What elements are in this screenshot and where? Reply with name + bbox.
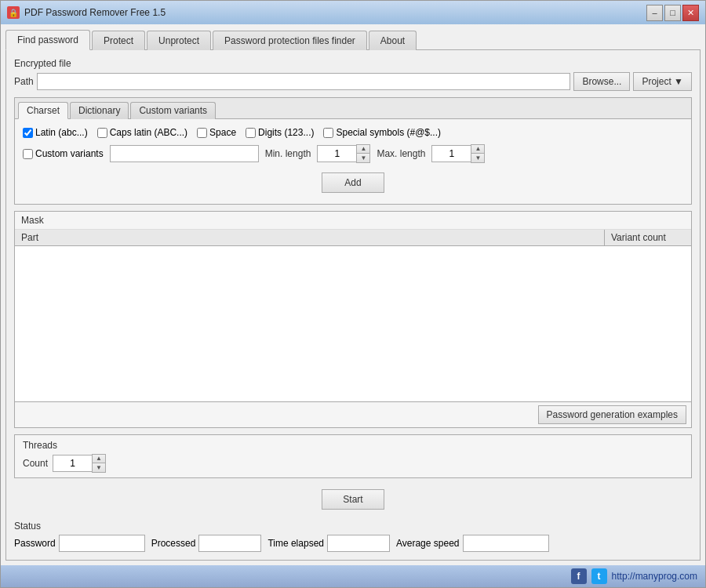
- path-row: Path Browse... Project ▼: [14, 72, 692, 91]
- digits-checkbox[interactable]: [246, 128, 256, 138]
- app-icon: 🔒: [7, 6, 20, 19]
- min-length-label: Min. length: [265, 148, 311, 159]
- special-label: Special symbols (#@$...): [336, 127, 441, 138]
- start-button[interactable]: Start: [322, 489, 384, 510]
- mask-footer: Password generation examples: [15, 402, 691, 427]
- max-length-label: Max. length: [377, 148, 425, 159]
- password-field-label: Password: [14, 538, 56, 549]
- threads-title: Threads: [23, 440, 683, 451]
- min-length-spinner: 1 ▲ ▼: [317, 144, 370, 163]
- digits-checkbox-label[interactable]: Digits (123...): [246, 127, 314, 138]
- tab-find-password[interactable]: Find password: [5, 30, 90, 50]
- count-input[interactable]: 1: [53, 455, 92, 472]
- inner-tab-content: Latin (abc...) Caps latin (ABC...) Space: [15, 119, 691, 204]
- title-bar: 🔒 PDF Password Remover Free 1.5 – □ ✕: [1, 1, 705, 24]
- speed-label: Average speed: [396, 538, 460, 549]
- min-length-spinner-btns: ▲ ▼: [356, 144, 370, 163]
- latin-checkbox-label[interactable]: Latin (abc...): [23, 127, 88, 138]
- max-length-input[interactable]: 1: [431, 145, 471, 162]
- password-examples-button[interactable]: Password generation examples: [538, 405, 686, 424]
- mask-col-part: Part: [15, 230, 605, 245]
- tab-files-finder[interactable]: Password protection files finder: [213, 31, 367, 50]
- inner-tab-bar: Charset Dictionary Custom variants: [15, 98, 691, 119]
- count-up[interactable]: ▲: [93, 455, 105, 463]
- time-label: Time elapsed: [267, 538, 324, 549]
- mask-body: [15, 246, 691, 402]
- count-down[interactable]: ▼: [93, 463, 105, 472]
- main-content: Find password Protect Unprotect Password…: [1, 24, 705, 565]
- special-checkbox[interactable]: [323, 128, 333, 138]
- caps-label: Caps latin (ABC...): [110, 127, 187, 138]
- custom-variants-checkbox[interactable]: [23, 149, 33, 159]
- inner-tab-charset[interactable]: Charset: [18, 102, 68, 119]
- maximize-button[interactable]: □: [664, 5, 681, 21]
- main-tab-bar: Find password Protect Unprotect Password…: [5, 29, 701, 49]
- time-input[interactable]: [327, 535, 390, 552]
- tab-unprotect[interactable]: Unprotect: [147, 31, 211, 50]
- count-spinner: 1 ▲ ▼: [53, 454, 106, 473]
- title-left: 🔒 PDF Password Remover Free 1.5: [7, 6, 166, 19]
- mask-col-count: Variant count: [605, 230, 691, 245]
- inner-tab-dictionary[interactable]: Dictionary: [70, 102, 129, 119]
- custom-variants-input[interactable]: [110, 145, 259, 162]
- status-title: Status: [14, 521, 692, 532]
- facebook-icon[interactable]: f: [571, 568, 587, 584]
- window-controls: – □ ✕: [646, 5, 699, 21]
- digits-label: Digits (123...): [258, 127, 314, 138]
- charset-section: Charset Dictionary Custom variants Latin…: [14, 97, 692, 205]
- main-window: 🔒 PDF Password Remover Free 1.5 – □ ✕ Fi…: [0, 0, 706, 588]
- project-button[interactable]: Project ▼: [633, 72, 692, 91]
- processed-label: Processed: [151, 538, 196, 549]
- add-button[interactable]: Add: [322, 172, 384, 193]
- min-length-input[interactable]: 1: [317, 145, 356, 162]
- caps-checkbox[interactable]: [97, 128, 107, 138]
- path-input[interactable]: [37, 73, 571, 90]
- twitter-icon[interactable]: t: [591, 568, 607, 584]
- max-length-spinner-btns: ▲ ▼: [471, 144, 485, 163]
- tab-protect[interactable]: Protect: [92, 31, 145, 50]
- caps-checkbox-label[interactable]: Caps latin (ABC...): [97, 127, 187, 138]
- custom-variants-checkbox-label[interactable]: Custom variants: [23, 148, 104, 159]
- speed-input[interactable]: [463, 535, 549, 552]
- min-length-down[interactable]: ▼: [357, 154, 369, 162]
- mask-title: Mask: [15, 212, 691, 230]
- min-length-up[interactable]: ▲: [357, 145, 369, 154]
- close-button[interactable]: ✕: [682, 5, 699, 21]
- charset-options-row: Latin (abc...) Caps latin (ABC...) Space: [23, 127, 683, 138]
- threads-section: Threads Count 1 ▲ ▼: [14, 434, 692, 478]
- processed-field-group: Processed: [151, 535, 262, 552]
- browse-button[interactable]: Browse...: [573, 72, 630, 91]
- start-button-row: Start: [14, 485, 692, 514]
- inner-tab-custom-variants[interactable]: Custom variants: [130, 102, 216, 119]
- processed-input[interactable]: [198, 535, 261, 552]
- count-spinner-btns: ▲ ▼: [92, 454, 106, 473]
- speed-field-group: Average speed: [396, 535, 549, 552]
- time-field-group: Time elapsed: [267, 535, 390, 552]
- max-length-spinner: 1 ▲ ▼: [431, 144, 485, 163]
- special-checkbox-label[interactable]: Special symbols (#@$...): [323, 127, 441, 138]
- space-checkbox-label[interactable]: Space: [197, 127, 236, 138]
- latin-label: Latin (abc...): [35, 127, 88, 138]
- custom-row: Custom variants Min. length 1 ▲ ▼ Max. l…: [23, 144, 683, 163]
- encrypted-file-section: Encrypted file Path Browse... Project ▼: [14, 58, 692, 91]
- encrypted-file-label: Encrypted file: [14, 58, 692, 69]
- space-label: Space: [209, 127, 236, 138]
- threads-row: Count 1 ▲ ▼: [23, 454, 683, 473]
- status-section: Status Password Processed Time elapsed: [14, 521, 692, 552]
- add-button-row: Add: [23, 169, 683, 196]
- status-row: Password Processed Time elapsed Average …: [14, 535, 692, 552]
- mask-section: Mask Part Variant count Password generat…: [14, 211, 692, 428]
- tab-about[interactable]: About: [369, 31, 417, 50]
- password-field-group: Password: [14, 535, 145, 552]
- minimize-button[interactable]: –: [646, 5, 663, 21]
- password-status-input[interactable]: [59, 535, 145, 552]
- mask-table-header: Part Variant count: [15, 230, 691, 246]
- space-checkbox[interactable]: [197, 128, 207, 138]
- website-link[interactable]: http://manyprog.com: [612, 571, 697, 582]
- path-label: Path: [14, 76, 34, 87]
- max-length-up[interactable]: ▲: [471, 145, 484, 154]
- latin-checkbox[interactable]: [23, 128, 33, 138]
- tab-content-area: Encrypted file Path Browse... Project ▼ …: [5, 49, 701, 561]
- window-title: PDF Password Remover Free 1.5: [24, 7, 166, 18]
- max-length-down[interactable]: ▼: [471, 154, 484, 162]
